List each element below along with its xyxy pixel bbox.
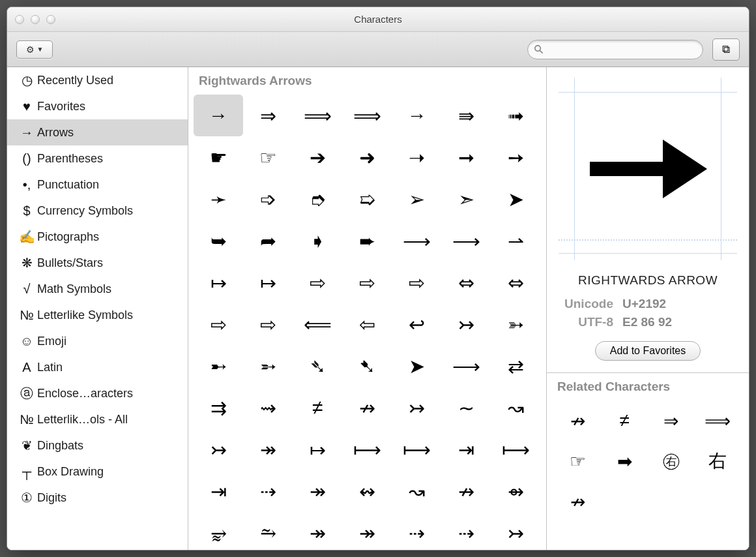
character-cell[interactable]: ➦ xyxy=(243,220,293,262)
character-cell[interactable]: ⇄ xyxy=(491,345,541,387)
character-cell[interactable]: ⇔ xyxy=(491,262,541,303)
sidebar-item[interactable]: ♥Favorites xyxy=(7,93,188,119)
character-cell[interactable]: ↣ xyxy=(392,387,442,429)
zoom-button[interactable] xyxy=(46,15,55,24)
settings-menu-button[interactable]: ⚙ ▼ xyxy=(16,40,53,59)
character-cell[interactable]: ⇢ xyxy=(392,512,442,550)
character-cell[interactable]: ➥ xyxy=(194,220,243,262)
related-character-cell[interactable]: ≠ xyxy=(602,400,648,441)
character-cell[interactable]: ⟹ xyxy=(293,95,342,136)
character-cell[interactable]: ➴ xyxy=(293,345,342,387)
character-cell[interactable]: ↠ xyxy=(342,512,392,550)
character-cell[interactable]: ➩ xyxy=(243,178,293,220)
character-cell[interactable]: ⟹ xyxy=(342,95,392,136)
sidebar[interactable]: ◷Recently Used♥Favorites→Arrows()Parenth… xyxy=(7,67,188,550)
collapse-panel-button[interactable]: ⧉ xyxy=(712,38,740,61)
character-cell[interactable]: ⟸ xyxy=(293,303,342,345)
character-cell[interactable]: ⇦ xyxy=(342,303,392,345)
character-cell[interactable]: ⇨ xyxy=(342,262,392,303)
character-cell[interactable]: ➞ xyxy=(442,136,491,178)
character-cell[interactable]: ➙ xyxy=(491,136,541,178)
character-cell[interactable]: → xyxy=(392,95,442,136)
character-cell[interactable]: ⟼ xyxy=(342,429,392,470)
character-cell[interactable]: ⟶ xyxy=(442,345,491,387)
character-cell[interactable]: ⇛ xyxy=(442,95,491,136)
character-cell[interactable]: ⇨ xyxy=(392,262,442,303)
character-cell[interactable]: ⇢ xyxy=(442,512,491,550)
related-character-cell[interactable]: ↛ xyxy=(555,400,602,441)
character-cell[interactable]: → xyxy=(194,95,243,136)
character-cell[interactable]: ⇨ xyxy=(293,262,342,303)
character-cell[interactable]: ↦ xyxy=(194,262,243,303)
character-cell[interactable]: ⇥ xyxy=(194,470,243,512)
character-cell[interactable]: ➵ xyxy=(243,345,293,387)
character-cell[interactable]: ⇴ xyxy=(491,470,541,512)
add-to-favorites-button[interactable]: Add to Favorites xyxy=(595,341,701,361)
character-cell[interactable]: ⥵ xyxy=(194,512,243,550)
character-cell[interactable]: ↦ xyxy=(293,429,342,470)
sidebar-item[interactable]: √Math Symbols xyxy=(7,276,188,302)
related-character-cell[interactable]: ㊨ xyxy=(648,441,695,481)
sidebar-item[interactable]: ❦Dingbats xyxy=(7,432,188,459)
character-cell[interactable]: ⇨ xyxy=(243,303,293,345)
sidebar-item[interactable]: ❋Bullets/Stars xyxy=(7,250,188,276)
character-cell[interactable]: ➣ xyxy=(442,178,491,220)
character-cell[interactable]: ➨ xyxy=(342,220,392,262)
character-cell[interactable]: ➷ xyxy=(342,345,392,387)
character-cell[interactable]: ⟼ xyxy=(491,429,541,470)
character-cell[interactable]: ⇝ xyxy=(243,387,293,429)
sidebar-item[interactable]: №Letterlike Symbols xyxy=(7,302,188,328)
sidebar-item[interactable]: ()Parentheses xyxy=(7,145,188,172)
character-cell[interactable]: ∼ xyxy=(442,387,491,429)
character-cell[interactable]: ➜ xyxy=(342,136,392,178)
character-cell[interactable]: ⟶ xyxy=(442,220,491,262)
sidebar-item[interactable]: ✍Pictographs xyxy=(7,224,188,250)
character-cell[interactable]: ➤ xyxy=(491,178,541,220)
character-cell[interactable]: ➯ xyxy=(342,178,392,220)
sidebar-item[interactable]: ALatin xyxy=(7,354,188,380)
sidebar-item[interactable]: ⓐEnclose…aracters xyxy=(7,380,188,406)
character-cell[interactable]: ↣ xyxy=(194,429,243,470)
character-cell[interactable]: ➛ xyxy=(194,178,243,220)
sidebar-item[interactable]: •,Punctuation xyxy=(7,172,188,198)
character-cell[interactable]: ➟ xyxy=(491,95,541,136)
character-cell[interactable]: ↝ xyxy=(392,470,442,512)
character-cell[interactable]: ⇉ xyxy=(194,387,243,429)
character-cell[interactable]: ⟼ xyxy=(392,429,442,470)
character-cell[interactable]: ↠ xyxy=(293,470,342,512)
character-cell[interactable]: ➧ xyxy=(293,220,342,262)
sidebar-item[interactable]: ┬Box Drawing xyxy=(7,459,188,485)
sidebar-item[interactable]: ◷Recently Used xyxy=(7,67,188,93)
character-cell[interactable]: ⇢ xyxy=(243,470,293,512)
related-character-cell[interactable]: 右 xyxy=(695,441,742,481)
related-character-cell[interactable]: ➡ xyxy=(602,441,648,481)
related-character-cell[interactable]: ⟹ xyxy=(695,400,742,441)
character-cell[interactable]: ↣ xyxy=(491,512,541,550)
close-button[interactable] xyxy=(15,15,24,24)
character-cell[interactable]: ➳ xyxy=(491,303,541,345)
sidebar-item[interactable]: →Arrows xyxy=(7,119,188,145)
character-cell[interactable]: ➝ xyxy=(392,136,442,178)
character-cell[interactable]: ↝ xyxy=(491,387,541,429)
character-cell[interactable]: ⇒ xyxy=(243,95,293,136)
search-input[interactable] xyxy=(527,40,703,59)
character-cell[interactable]: ⇀ xyxy=(491,220,541,262)
character-cell[interactable]: ↛ xyxy=(442,470,491,512)
character-cell[interactable]: ↠ xyxy=(293,512,342,550)
character-cell[interactable]: ↩ xyxy=(392,303,442,345)
character-cell[interactable]: ↣ xyxy=(442,303,491,345)
sidebar-item[interactable]: ☺Emoji xyxy=(7,328,188,354)
character-cell[interactable]: ☞ xyxy=(243,136,293,178)
character-grid-scroll[interactable]: →⇒⟹⟹→⇛➟☛☞➔➜➝➞➙➛➩➮➯➢➣➤➥➦➧➨⟶⟶⇀↦↦⇨⇨⇨⇔⇔⇨⇨⟸⇦↩… xyxy=(188,95,546,550)
related-character-cell[interactable]: ↛ xyxy=(555,481,602,522)
minimize-button[interactable] xyxy=(31,15,40,24)
character-cell[interactable]: ≠ xyxy=(293,387,342,429)
character-cell[interactable]: ⇔ xyxy=(442,262,491,303)
character-cell[interactable]: ➮ xyxy=(293,178,342,220)
character-cell[interactable]: ⥲ xyxy=(243,512,293,550)
character-cell[interactable]: ⇨ xyxy=(194,303,243,345)
character-cell[interactable]: ➤ xyxy=(392,345,442,387)
related-character-cell[interactable]: ☞ xyxy=(555,441,602,481)
character-cell[interactable]: ⟶ xyxy=(392,220,442,262)
related-character-cell[interactable]: ⇒ xyxy=(648,400,695,441)
